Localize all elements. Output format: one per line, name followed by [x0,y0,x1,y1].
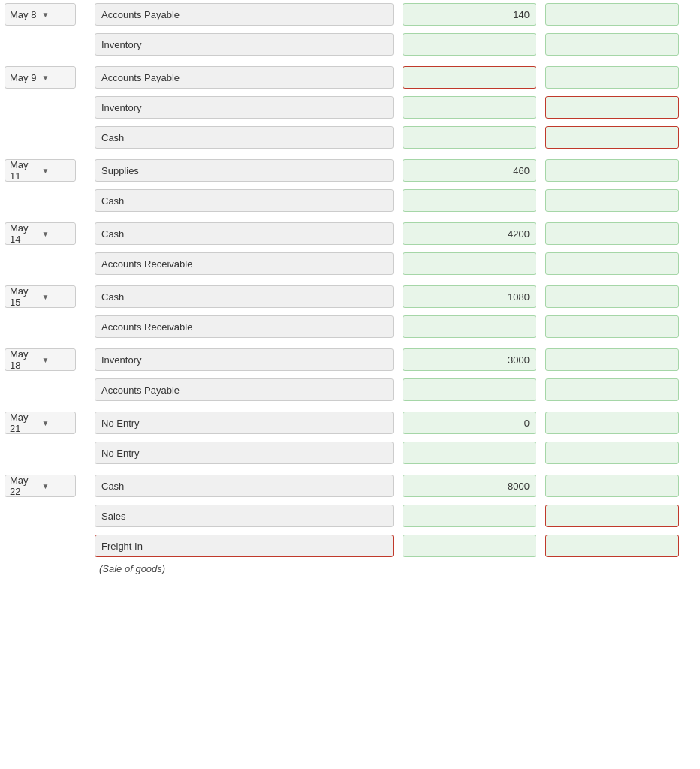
credit-input[interactable] [545,96,679,119]
credit-input[interactable] [545,378,679,401]
account-input[interactable] [95,475,394,497]
credit-input[interactable] [545,222,679,245]
debit-cell [398,502,541,530]
date-cell [0,93,90,99]
credit-input[interactable] [545,475,679,497]
credit-input[interactable] [545,126,679,149]
debit-input[interactable] [403,159,536,182]
journal-row [0,532,700,560]
account-cell [90,63,398,92]
account-input[interactable] [95,315,394,338]
account-input[interactable] [95,3,394,26]
account-input[interactable] [95,285,394,308]
chevron-down-icon: ▼ [42,419,71,427]
journal-row [0,502,700,530]
debit-input[interactable] [403,3,536,26]
credit-input[interactable] [545,189,679,212]
credit-input[interactable] [545,535,679,557]
debit-cell [398,282,541,311]
credit-input[interactable] [545,315,679,338]
debit-input[interactable] [403,315,536,338]
account-input[interactable] [95,348,394,371]
journal-row [0,186,700,215]
debit-input[interactable] [403,96,536,119]
account-input[interactable] [95,222,394,245]
account-cell [90,502,398,530]
date-cell: May 11▼ [0,156,90,185]
debit-input[interactable] [403,475,536,497]
debit-input[interactable] [403,222,536,245]
date-cell [0,123,90,129]
credit-cell [541,63,683,92]
credit-input[interactable] [545,442,679,464]
credit-cell [541,502,683,530]
date-select[interactable]: May 18▼ [5,348,76,371]
debit-input[interactable] [403,66,536,89]
credit-input[interactable] [545,159,679,182]
date-select[interactable]: May 8▼ [5,3,76,26]
account-input[interactable] [95,66,394,89]
journal-table: May 8▼May 9▼May 11▼May 14▼May 15▼May 18▼… [0,0,700,578]
account-cell [90,30,398,59]
date-label: May 11 [10,159,39,182]
account-input[interactable] [95,442,394,464]
date-select[interactable]: May 11▼ [5,159,76,182]
journal-row: May 11▼ [0,156,700,185]
debit-input[interactable] [403,189,536,212]
account-cell [90,312,398,341]
credit-input[interactable] [545,505,679,527]
credit-input[interactable] [545,348,679,371]
date-cell [0,439,90,445]
debit-input[interactable] [403,252,536,275]
date-select[interactable]: May 15▼ [5,285,76,308]
debit-input[interactable] [403,535,536,557]
credit-cell [541,532,683,560]
credit-input[interactable] [545,33,679,56]
debit-input[interactable] [403,285,536,308]
date-cell: May 14▼ [0,219,90,248]
date-cell [0,502,90,508]
debit-cell [398,93,541,122]
date-select[interactable]: May 14▼ [5,222,76,245]
chevron-down-icon: ▼ [42,293,71,301]
debit-input[interactable] [403,412,536,434]
journal-row: May 14▼ [0,219,700,248]
account-input[interactable] [95,535,394,557]
credit-cell [541,186,683,215]
credit-cell [541,345,683,374]
date-cell [0,312,90,318]
account-cell [90,532,398,560]
account-cell [90,186,398,215]
date-cell: May 18▼ [0,345,90,374]
credit-input[interactable] [545,412,679,434]
debit-input[interactable] [403,442,536,464]
credit-input[interactable] [545,3,679,26]
debit-cell [398,219,541,248]
account-input[interactable] [95,159,394,182]
account-input[interactable] [95,189,394,212]
debit-input[interactable] [403,505,536,527]
journal-row [0,375,700,404]
debit-input[interactable] [403,378,536,401]
account-input[interactable] [95,96,394,119]
date-select[interactable]: May 22▼ [5,475,76,497]
journal-row [0,93,700,122]
debit-input[interactable] [403,33,536,56]
account-input[interactable] [95,412,394,434]
account-input[interactable] [95,33,394,56]
debit-input[interactable] [403,126,536,149]
debit-input[interactable] [403,348,536,371]
credit-input[interactable] [545,285,679,308]
account-input[interactable] [95,252,394,275]
account-input[interactable] [95,378,394,401]
account-input[interactable] [95,126,394,149]
credit-input[interactable] [545,66,679,89]
credit-input[interactable] [545,252,679,275]
date-select[interactable]: May 9▼ [5,66,76,89]
credit-cell [541,439,683,467]
account-input[interactable] [95,505,394,527]
debit-cell [398,249,541,278]
credit-cell [541,156,683,185]
account-cell [90,156,398,185]
date-select[interactable]: May 21▼ [5,412,76,434]
